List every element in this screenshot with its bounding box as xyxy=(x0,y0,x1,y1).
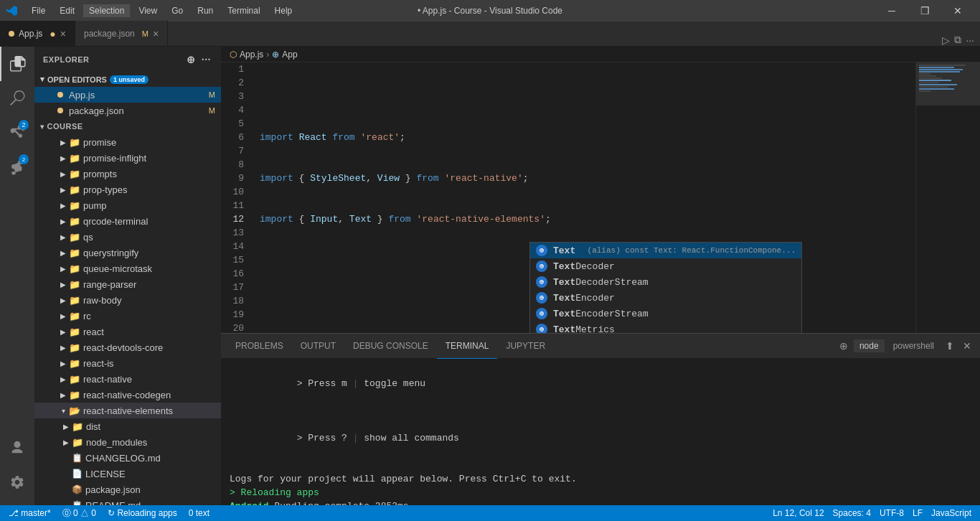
close-button[interactable]: ✕ xyxy=(941,0,974,22)
autocomplete-label-textencoderstream: TextEncoderStream xyxy=(553,309,649,319)
source-control-icon[interactable]: 2 xyxy=(0,116,34,150)
tree-item-node-modules[interactable]: ▶ 📁 node_modules xyxy=(34,434,221,450)
panel-tab-output[interactable]: OUTPUT xyxy=(292,334,344,359)
tab-modified-dot-appjs: ● xyxy=(50,28,55,39)
status-ln-col[interactable]: Ln 12, Col 12 xyxy=(770,508,826,518)
settings-icon[interactable] xyxy=(0,465,34,499)
tree-item-react-native[interactable]: ▶ 📁 react-native xyxy=(34,371,221,387)
tree-item-rc[interactable]: ▶ 📁 rc xyxy=(34,308,221,324)
tree-item-changelog[interactable]: 📋 CHANGELOG.md xyxy=(34,450,221,466)
menu-terminal[interactable]: Terminal xyxy=(222,4,265,17)
autocomplete-item-text[interactable]: ⊕ Text (alias) const Text: React.Functio… xyxy=(530,243,801,258)
tree-item-dist[interactable]: ▶ 📁 dist xyxy=(34,418,221,434)
tab-appjs[interactable]: App.js ● × xyxy=(0,21,75,46)
open-editors-section[interactable]: ▾ OPEN EDITORS 1 unsaved xyxy=(34,72,221,87)
tree-label-node-modules: node_modules xyxy=(86,437,147,448)
menu-selection[interactable]: Selection xyxy=(83,4,130,17)
appjs-dot-icon xyxy=(57,92,63,98)
tree-item-promise[interactable]: ▶ 📁 promise xyxy=(34,134,221,150)
open-editor-packagejson-modified: M xyxy=(209,106,215,115)
autocomplete-item-textmetrics[interactable]: ⊕ TextMetrics xyxy=(530,321,801,333)
line-numbers: 1 2 3 4 5 6 7 8 9 10 11 12 13 14 15 16 1 xyxy=(221,62,257,333)
autocomplete-item-textencoder[interactable]: ⊕ TextEncoder xyxy=(530,290,801,306)
run-icon[interactable]: ▷ xyxy=(942,34,950,46)
search-icon[interactable] xyxy=(0,81,34,116)
tree-label-promise: promise xyxy=(83,137,116,148)
breadcrumb-symbol-name[interactable]: App xyxy=(282,50,297,60)
panel-maximize-button[interactable]: ⬆ xyxy=(943,339,957,353)
menu-go[interactable]: Go xyxy=(166,4,189,17)
menu-file[interactable]: File xyxy=(26,4,51,17)
status-encoding[interactable]: UTF-8 xyxy=(877,508,907,518)
maximize-button[interactable]: ❐ xyxy=(908,0,941,22)
new-file-icon[interactable]: ⊕ xyxy=(185,52,197,67)
open-editor-packagejson[interactable]: package.json M xyxy=(34,103,221,118)
tree-item-react-native-codegen[interactable]: ▶ 📁 react-native-codegen xyxy=(34,387,221,403)
line-num-17: 17 xyxy=(221,281,251,294)
tree-label: qs xyxy=(83,232,93,243)
tree-item-readme[interactable]: 📋 README.md xyxy=(34,497,221,505)
autocomplete-item-textdecoder[interactable]: ⊕ TextDecoder xyxy=(530,258,801,274)
tree-item-react-devtools-core[interactable]: ▶ 📁 react-devtools-core xyxy=(34,339,221,355)
tree-item-react-is[interactable]: ▶ 📁 react-is xyxy=(34,355,221,371)
tab-close-packagejson[interactable]: × xyxy=(153,29,159,39)
tree-item-react[interactable]: ▶ 📁 react xyxy=(34,324,221,339)
tree-item-pump[interactable]: ▶ 📁 pump xyxy=(34,197,221,213)
terminal-tab-powershell[interactable]: powershell xyxy=(887,339,940,352)
status-language[interactable]: JavaScript xyxy=(928,508,974,518)
editor-tab-bar: App.js ● × package.json M × ▷ ⧉ ··· xyxy=(0,22,980,47)
minimize-button[interactable]: ─ xyxy=(875,0,908,22)
tree-item-license[interactable]: 📄 LICENSE xyxy=(34,466,221,482)
breadcrumb-filename[interactable]: App.js xyxy=(240,50,263,60)
course-section-header[interactable]: ▾ COURSE xyxy=(34,118,221,134)
autocomplete-item-textdecoderstream[interactable]: ⊕ TextDecoderStream xyxy=(530,274,801,290)
tab-packagejson[interactable]: package.json M × xyxy=(75,21,168,46)
tree-item-querystringify[interactable]: ▶ 📁 querystringify xyxy=(34,245,221,260)
terminal-line-empty-2 xyxy=(230,459,971,472)
tree-arrow-promise: ▶ xyxy=(57,139,69,146)
split-editor-icon[interactable]: ⧉ xyxy=(954,34,961,46)
status-branch[interactable]: ⎇ master* xyxy=(6,508,54,518)
more-actions-icon[interactable]: ··· xyxy=(966,34,974,46)
menu-view[interactable]: View xyxy=(133,4,163,17)
status-errors[interactable]: ⓪ 0 △ 0 xyxy=(60,507,99,520)
explorer-icon[interactable] xyxy=(0,47,34,81)
more-explorer-icon[interactable]: ··· xyxy=(200,52,212,67)
status-spaces[interactable]: Spaces: 4 xyxy=(830,508,874,518)
tree-item-raw-body[interactable]: ▶ 📁 raw-body xyxy=(34,292,221,308)
panel-tab-problems[interactable]: PROBLEMS xyxy=(227,334,292,359)
status-eol[interactable]: LF xyxy=(910,508,925,518)
panel-add-button[interactable]: ⊕ xyxy=(837,339,851,353)
autocomplete-dropdown: ⊕ Text (alias) const Text: React.Functio… xyxy=(529,242,802,333)
terminal-line-reload1: > Reloading apps xyxy=(230,486,971,499)
menu-help[interactable]: Help xyxy=(269,4,298,17)
open-editor-appjs[interactable]: App.js M xyxy=(34,87,221,103)
tree-item-qrcode-terminal[interactable]: ▶ 📁 qrcode-terminal xyxy=(34,213,221,229)
tree-item-packagejson-sub[interactable]: 📦 package.json xyxy=(34,482,221,497)
tree-item-promise-inflight[interactable]: ▶ 📁 promise-inflight xyxy=(34,150,221,166)
panel-tab-jupyter[interactable]: JUPYTER xyxy=(497,334,554,359)
tree-item-queue-microtask[interactable]: ▶ 📁 queue-microtask xyxy=(34,260,221,276)
extensions-icon[interactable]: 2 xyxy=(0,150,34,184)
panel-tab-debug[interactable]: DEBUG CONSOLE xyxy=(344,334,437,359)
open-editors-label: OPEN EDITORS xyxy=(47,75,107,84)
accounts-icon[interactable] xyxy=(0,431,34,465)
line-num-20: 20 xyxy=(221,321,251,333)
tree-item-prop-types[interactable]: ▶ 📁 prop-types xyxy=(34,182,221,197)
menu-run[interactable]: Run xyxy=(192,4,219,17)
menu-edit[interactable]: Edit xyxy=(54,4,80,17)
panel-close-button[interactable]: ✕ xyxy=(960,339,974,353)
terminal-tab-node[interactable]: node xyxy=(854,339,885,352)
status-0text[interactable]: 0 text xyxy=(186,508,212,518)
tree-item-range-parser[interactable]: ▶ 📁 range-parser xyxy=(34,276,221,292)
tab-close-appjs[interactable]: × xyxy=(60,29,66,39)
autocomplete-item-textencoderstream[interactable]: ⊕ TextEncoderStream xyxy=(530,306,801,321)
code-line-4: import { Input, Text } from 'react-nativ… xyxy=(257,212,915,226)
tree-item-qs[interactable]: ▶ 📁 qs xyxy=(34,229,221,245)
tree-item-prompts[interactable]: ▶ 📁 prompts xyxy=(34,166,221,182)
status-reloading[interactable]: ↻ Reloading apps xyxy=(105,508,180,518)
code-content[interactable]: import React from 'react'; import { Styl… xyxy=(257,62,915,333)
panel-tab-terminal[interactable]: TERMINAL xyxy=(437,334,498,359)
breadcrumb-symbol[interactable]: ⊕ xyxy=(272,50,279,60)
tree-item-react-native-elements[interactable]: ▾ 📂 react-native-elements xyxy=(34,403,221,418)
